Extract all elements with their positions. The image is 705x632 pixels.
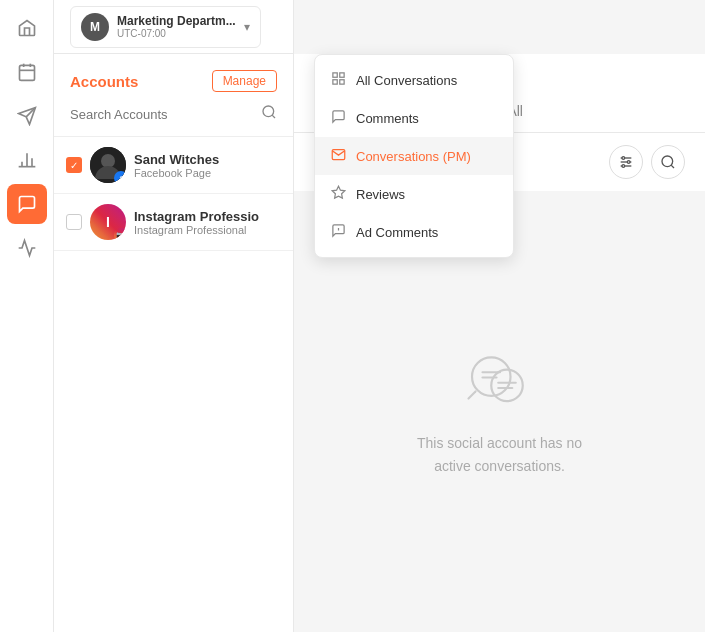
- org-avatar: M: [81, 13, 109, 41]
- search-button[interactable]: [651, 145, 685, 179]
- dropdown-item-conversations-pm[interactable]: Conversations (PM): [315, 137, 513, 175]
- empty-state-text: This social account has noactive convers…: [417, 432, 582, 477]
- svg-point-32: [491, 370, 523, 402]
- svg-marker-28: [332, 186, 345, 198]
- svg-line-11: [272, 115, 275, 118]
- dropdown-item-ad-comments[interactable]: Ad Comments: [315, 213, 513, 251]
- grid-icon: [331, 71, 346, 89]
- svg-rect-26: [333, 80, 337, 84]
- svg-point-10: [263, 106, 274, 117]
- star-icon: [331, 185, 346, 203]
- account-name: Instagram Professio: [134, 209, 281, 224]
- toolbar-actions: [609, 145, 685, 179]
- sidebar-title: Accounts: [70, 73, 138, 90]
- dropdown-item-comments[interactable]: Comments: [315, 99, 513, 137]
- calendar-icon[interactable]: [7, 52, 47, 92]
- paper-plane-icon[interactable]: [7, 96, 47, 136]
- nav-rail: [0, 0, 54, 632]
- chart-bar-icon[interactable]: [7, 140, 47, 180]
- dropdown-item-label: Reviews: [356, 187, 405, 202]
- org-timezone: UTC-07:00: [117, 28, 236, 39]
- main-area: M Marketing Departm... UTC-07:00 ▾ Accou…: [54, 0, 705, 632]
- chevron-down-icon: ▾: [244, 20, 250, 34]
- svg-point-13: [101, 154, 115, 168]
- chat-icon[interactable]: [7, 184, 47, 224]
- dropdown-item-label: All Conversations: [356, 73, 457, 88]
- account-checkbox-checked[interactable]: ✓: [66, 157, 82, 173]
- search-input[interactable]: [70, 107, 261, 122]
- account-type: Facebook Page: [134, 167, 281, 179]
- home-icon[interactable]: [7, 8, 47, 48]
- account-checkbox-unchecked[interactable]: [66, 214, 82, 230]
- manage-button[interactable]: Manage: [212, 70, 277, 92]
- filter-options-button[interactable]: [609, 145, 643, 179]
- instagram-badge: 📷: [114, 228, 126, 240]
- search-accounts-row: [54, 104, 293, 137]
- dropdown-item-reviews[interactable]: Reviews: [315, 175, 513, 213]
- svg-rect-25: [340, 73, 344, 77]
- org-selector[interactable]: M Marketing Departm... UTC-07:00 ▾: [70, 6, 261, 48]
- svg-point-19: [622, 157, 625, 160]
- account-avatar: f: [90, 147, 126, 183]
- search-icon[interactable]: [261, 104, 277, 124]
- account-type: Instagram Professional: [134, 224, 281, 236]
- conversation-type-dropdown: All Conversations Comments Conversati: [314, 54, 514, 258]
- dropdown-item-all-conversations[interactable]: All Conversations: [315, 61, 513, 99]
- mail-selected-icon: [331, 147, 346, 165]
- svg-point-20: [627, 161, 630, 164]
- dropdown-item-label: Comments: [356, 111, 419, 126]
- svg-point-21: [622, 165, 625, 168]
- account-item[interactable]: ✓ f Sand Witches Facebook Page: [54, 137, 293, 194]
- right-panel: Engage Unread Read Assign All ✉ Conversa…: [294, 0, 705, 632]
- account-avatar: I 📷: [90, 204, 126, 240]
- analytics-icon[interactable]: [7, 228, 47, 268]
- ad-comment-icon: [331, 223, 346, 241]
- sidebar-header: Accounts Manage: [54, 54, 293, 104]
- org-name: Marketing Departm...: [117, 14, 236, 28]
- comment-icon: [331, 109, 346, 127]
- facebook-badge: f: [114, 171, 126, 183]
- dropdown-item-label: Ad Comments: [356, 225, 438, 240]
- svg-rect-24: [333, 73, 337, 77]
- account-item[interactable]: I 📷 Instagram Professio Instagram Profes…: [54, 194, 293, 251]
- svg-line-23: [671, 165, 674, 168]
- svg-rect-27: [340, 80, 344, 84]
- sidebar: M Marketing Departm... UTC-07:00 ▾ Accou…: [54, 0, 294, 632]
- dropdown-item-label: Conversations (PM): [356, 149, 471, 164]
- account-name: Sand Witches: [134, 152, 281, 167]
- svg-rect-0: [19, 65, 34, 80]
- empty-conversations-icon: [465, 346, 535, 416]
- svg-point-22: [662, 156, 673, 167]
